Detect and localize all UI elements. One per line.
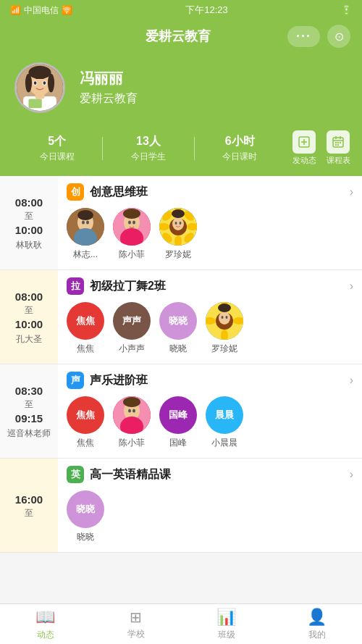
header-title: 爱耕云教育 xyxy=(70,28,287,45)
action-schedule[interactable]: 课程表 xyxy=(327,130,350,166)
svg-point-65 xyxy=(123,397,140,407)
class-name-1: 创意思维班 xyxy=(90,185,350,200)
class-col-2: 拉 初级拉丁舞2班 › 焦焦 焦焦 声声 小声声 晓晓 晓晓 xyxy=(58,270,362,364)
student-item[interactable]: 晓晓 晓晓 xyxy=(67,490,104,543)
student-name: 林志... xyxy=(73,248,98,261)
student-name: 陈小菲 xyxy=(119,248,145,261)
stat-courses-number: 5个 xyxy=(48,134,66,149)
students-row-4: 晓晓 晓晓 xyxy=(67,490,353,543)
nav-item-school[interactable]: ⊞ 学校 xyxy=(90,604,181,644)
action-schedule-label: 课程表 xyxy=(327,155,350,166)
schedule-item-4: 16:00 至 英 高一英语精品课 › 晓晓 晓晓 xyxy=(0,459,362,553)
svg-point-36 xyxy=(132,221,135,225)
status-time: 下午12:23 xyxy=(185,4,228,17)
student-item[interactable]: 罗珍妮 xyxy=(159,208,197,261)
students-row-3: 焦焦 焦焦 xyxy=(67,396,353,449)
student-item[interactable]: 国峰 国峰 xyxy=(159,396,197,449)
svg-point-35 xyxy=(128,221,131,225)
signal-icon: 📶 xyxy=(10,5,21,15)
action-post[interactable]: 发动态 xyxy=(292,130,316,166)
nav-item-class[interactable]: 📊 班级 xyxy=(181,604,272,644)
schedule-item-3: 08:30 至 09:15 巡音林老师 声 声乐进阶班 › 焦焦 焦焦 xyxy=(0,364,362,459)
student-name: 焦焦 xyxy=(77,343,94,355)
target-button[interactable]: ⊙ xyxy=(327,25,350,48)
student-avatar: 国峰 xyxy=(159,396,197,434)
header-icons: ··· ⊙ xyxy=(287,25,350,48)
svg-rect-20 xyxy=(335,142,337,143)
svg-point-60 xyxy=(222,316,224,319)
svg-point-27 xyxy=(77,210,93,220)
teacher-3: 巡音林老师 xyxy=(7,427,51,440)
class-header-1: 创 创意思维班 › xyxy=(67,183,353,201)
svg-point-62 xyxy=(218,304,231,312)
status-left: 📶 中国电信 🛜 xyxy=(10,4,72,17)
more-button[interactable]: ··· xyxy=(287,26,320,47)
profile-name: 冯丽丽 xyxy=(80,69,138,88)
carrier-text: 中国电信 xyxy=(24,4,59,17)
bottom-nav: 📖 动态 ⊞ 学校 📊 班级 👤 我的 xyxy=(0,603,362,644)
student-avatar: 晓晓 xyxy=(159,302,197,340)
svg-point-6 xyxy=(25,74,32,93)
profile-section: 冯丽丽 爱耕云教育 xyxy=(0,55,362,125)
stat-courses-label: 今日课程 xyxy=(40,151,75,163)
class-tag-3: 声 xyxy=(67,372,84,389)
student-item[interactable]: 声声 小声声 xyxy=(113,302,151,355)
battery-icon: 🔋 xyxy=(341,5,352,15)
school-label: 学校 xyxy=(127,628,145,640)
nav-item-profile[interactable]: 👤 我的 xyxy=(272,604,362,644)
student-item[interactable]: 焦焦 焦焦 xyxy=(67,302,104,355)
activity-label: 动态 xyxy=(37,629,54,641)
student-item[interactable]: 晓晓 晓晓 xyxy=(159,302,197,355)
student-name: 焦焦 xyxy=(77,437,94,449)
student-item[interactable]: 晨晨 小晨晨 xyxy=(206,396,243,449)
student-item[interactable]: 陈小菲 xyxy=(113,396,151,449)
student-avatar xyxy=(113,208,151,246)
stat-hours-number: 6小时 xyxy=(225,134,255,149)
student-name: 罗珍妮 xyxy=(165,248,191,261)
class-name-3: 声乐进阶班 xyxy=(90,373,350,388)
student-item[interactable]: 林志... xyxy=(67,208,104,261)
student-name: 小晨晨 xyxy=(211,437,237,449)
svg-point-68 xyxy=(132,409,135,413)
class-col-4: 英 高一英语精品课 › 晓晓 晓晓 xyxy=(58,459,362,552)
target-icon: ⊙ xyxy=(334,30,344,43)
svg-point-61 xyxy=(226,316,228,319)
svg-rect-24 xyxy=(337,144,339,146)
nav-item-activity[interactable]: 📖 动态 xyxy=(0,604,90,644)
start-time-1: 08:00 xyxy=(15,195,43,210)
profile-icon: 👤 xyxy=(307,608,327,627)
class-header-4: 英 高一英语精品课 › xyxy=(67,466,353,483)
svg-point-59 xyxy=(219,311,230,325)
svg-point-50 xyxy=(180,222,182,225)
school-icon: ⊞ xyxy=(130,609,142,626)
student-avatar xyxy=(206,302,243,340)
post-icon xyxy=(292,130,316,154)
svg-point-51 xyxy=(172,209,185,218)
time-col-4: 16:00 至 xyxy=(0,459,58,552)
svg-rect-22 xyxy=(340,142,341,143)
schedule-item-2: 08:00 至 10:00 孔大圣 拉 初级拉丁舞2班 › 焦焦 焦焦 xyxy=(0,270,362,364)
svg-point-33 xyxy=(123,209,140,219)
stat-students-number: 13人 xyxy=(136,134,161,149)
profile-org: 爱耕云教育 xyxy=(80,91,138,106)
student-item[interactable]: 焦焦 焦焦 xyxy=(67,396,104,449)
class-tag-1: 创 xyxy=(67,183,84,201)
svg-point-49 xyxy=(175,222,177,225)
class-label: 班级 xyxy=(218,629,235,641)
student-item[interactable]: 陈小菲 xyxy=(113,208,151,261)
student-item[interactable]: 罗珍妮 xyxy=(206,302,243,355)
start-time-2: 08:00 xyxy=(15,289,43,304)
class-col-3: 声 声乐进阶班 › 焦焦 焦焦 xyxy=(58,364,362,458)
stats-row: 5个 今日课程 13人 今日学生 6小时 今日课时 发动态 xyxy=(0,125,362,176)
svg-point-48 xyxy=(172,217,184,230)
student-avatar xyxy=(67,208,104,246)
class-header-2: 拉 初级拉丁舞2班 › xyxy=(67,277,353,295)
profile-label: 我的 xyxy=(308,629,326,641)
status-bar: 📶 中国电信 🛜 下午12:23 🔋 xyxy=(0,0,362,20)
class-name-4: 高一英语精品课 xyxy=(90,467,350,482)
profile-info: 冯丽丽 爱耕云教育 xyxy=(80,69,138,106)
teacher-1: 林耿耿 xyxy=(16,239,42,251)
arrow-4: › xyxy=(350,468,353,481)
class-icon: 📊 xyxy=(216,608,236,627)
status-right: 🔋 xyxy=(341,5,352,15)
